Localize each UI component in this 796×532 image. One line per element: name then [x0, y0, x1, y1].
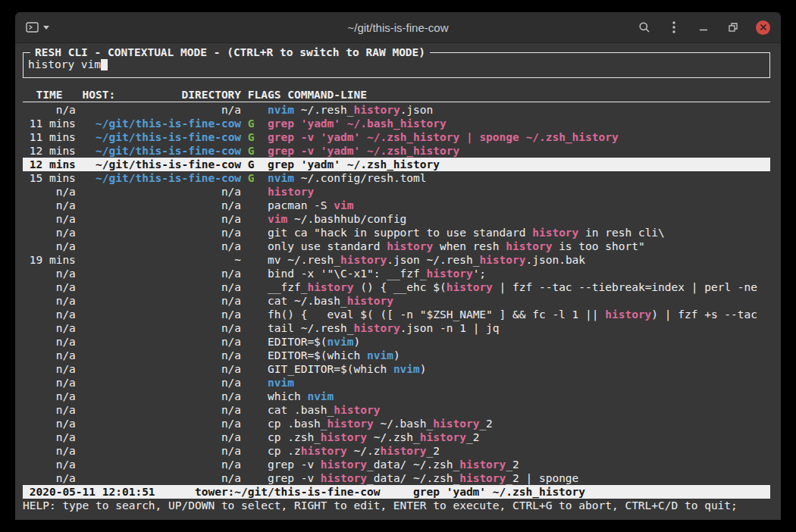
row-segment: nvim	[307, 390, 334, 402]
close-button[interactable]	[756, 17, 770, 37]
row-segment: history	[532, 227, 578, 239]
row-segment: G	[248, 172, 268, 184]
close-icon	[760, 23, 767, 31]
new-terminal-button[interactable]	[26, 17, 49, 37]
search-button[interactable]	[638, 17, 651, 37]
row-segment: 19 mins	[23, 254, 83, 266]
history-row[interactable]: n/a n/a GIT_EDITOR=$(which nvim)	[23, 362, 770, 376]
row-segment: .json ~/.resh_	[387, 254, 479, 266]
history-row[interactable]: n/a n/a pacman -S vim	[23, 199, 770, 212]
history-row[interactable]: n/a n/a vim ~/.bashhub/config	[23, 212, 770, 226]
history-row[interactable]: n/a n/a git ca "hack in support to use s…	[23, 226, 770, 239]
row-segment: nvim	[367, 349, 393, 361]
row-segment: pacman -S	[268, 199, 334, 211]
row-segment: tail ~/.resh_	[268, 322, 354, 334]
history-row[interactable]: n/a n/a grep -v history_data/ ~/.zsh_his…	[23, 458, 770, 471]
row-segment: n/a n/a	[23, 268, 268, 280]
row-segment: nvim	[393, 363, 420, 375]
row-segment: history	[354, 104, 400, 116]
row-segment: history	[479, 254, 525, 266]
row-segment: 12 mins	[23, 145, 83, 157]
row-segment: )	[420, 363, 427, 375]
row-segment: _2	[466, 431, 479, 443]
history-row[interactable]: n/a n/a tail ~/.resh_history.json -n 1 |…	[23, 321, 770, 335]
history-row[interactable]: 11 mins ~/git/this-is-fine-cow G grep 'y…	[23, 117, 770, 130]
titlebar: ~/git/this-is-fine-cow	[15, 12, 781, 43]
row-segment: cat .bash_	[268, 404, 334, 416]
status-bar: 2020-05-11 12:01:51 tower:~/git/this-is-…	[23, 485, 770, 499]
row-segment: ~/git/this-is-fine-cow	[83, 172, 248, 184]
row-segment: EDITOR=$(	[268, 336, 327, 348]
history-row[interactable]: n/a n/a cp .zsh_history ~/.zsh_history_2	[23, 430, 770, 444]
row-segment: 12 mins ~/git/this-is-fine-cow G grep 'y…	[23, 158, 440, 171]
row-segment: cp .zsh_	[268, 431, 321, 443]
history-row[interactable]: n/a n/a cp .bash_history ~/.bash_history…	[23, 417, 770, 430]
row-segment: ~/git/this-is-fine-cow	[83, 145, 248, 157]
history-row[interactable]: n/a n/a nvim	[23, 376, 770, 390]
row-segment: ~/.zsh_	[367, 431, 420, 443]
row-segment: )	[393, 349, 400, 361]
minimize-button[interactable]	[697, 17, 710, 37]
row-segment: _2	[479, 418, 492, 430]
row-segment: git ca "hack in support to use standard	[268, 227, 532, 239]
menu-button[interactable]	[667, 17, 681, 37]
row-segment: 15 mins	[23, 172, 83, 184]
row-segment: history	[307, 281, 353, 293]
history-row[interactable]: n/a n/a history	[23, 185, 770, 199]
row-segment: history	[447, 281, 493, 293]
row-segment: n/a n/a	[23, 322, 268, 334]
history-row[interactable]: n/a n/a cp .zhistory ~/.zhistory_2	[23, 444, 770, 458]
row-segment: cat ~/.bash_	[268, 295, 347, 307]
unmaximize-button[interactable]	[726, 17, 740, 37]
history-row[interactable]: n/a n/a cat ~/.bash_history	[23, 294, 770, 308]
history-row[interactable]: n/a n/a EDITOR=$(which nvim)	[23, 349, 770, 362]
row-segment: EDITOR=$(which	[268, 349, 367, 361]
row-segment: ~/git/this-is-fine-cow	[83, 117, 248, 130]
row-segment: nvim	[268, 172, 294, 184]
row-segment: history	[321, 458, 367, 471]
row-segment: history	[347, 295, 393, 307]
row-segment: n/a n/a	[23, 186, 268, 198]
row-segment: ~/.resh_	[294, 104, 354, 116]
history-row[interactable]: 12 mins ~/git/this-is-fine-cow G grep -v…	[23, 144, 770, 158]
history-row[interactable]: 15 mins ~/git/this-is-fine-cow G nvim ~/…	[23, 171, 770, 185]
history-row[interactable]: n/a n/a cat .bash_history	[23, 403, 770, 417]
row-segment: n/a n/a	[23, 213, 268, 225]
history-row-selected[interactable]: 12 mins ~/git/this-is-fine-cow G grep 'y…	[23, 158, 770, 171]
row-segment: 11 mins	[23, 131, 83, 143]
history-row[interactable]: n/a n/a which nvim	[23, 390, 770, 403]
row-segment: grep -v	[268, 472, 321, 484]
chevron-down-icon	[43, 26, 49, 30]
row-segment: G	[248, 131, 268, 143]
history-row[interactable]: n/a n/a bind -x '"\C-x1": __fzf_history'…	[23, 267, 770, 280]
history-row[interactable]: n/a n/a fh() { eval $( ([ -n "$ZSH_NAME"…	[23, 308, 770, 321]
table-header: TIME HOST: DIRECTORY FLAGS COMMAND-LINE	[23, 88, 770, 102]
row-segment: history	[321, 472, 367, 484]
row-segment: n/a n/a	[23, 308, 268, 321]
help-line: HELP: type to search, UP/DOWN to select,…	[23, 499, 770, 512]
history-row[interactable]: 19 mins ~ mv ~/.resh_history.json ~/.res…	[23, 253, 770, 267]
row-segment: history	[354, 322, 400, 334]
row-segment: _2 | sponge	[506, 472, 578, 484]
history-row[interactable]: n/a n/a nvim ~/.resh_history.json	[23, 103, 770, 117]
row-segment: n/a n/a	[23, 458, 268, 471]
cursor-block	[101, 58, 108, 70]
history-row[interactable]: n/a n/a grep -v history_data/ ~/.zsh_his…	[23, 471, 770, 485]
history-row[interactable]: n/a n/a __fzf_history () { __ehc $(histo…	[23, 280, 770, 294]
row-segment: n/a n/a	[23, 472, 268, 484]
terminal-content: RESH CLI - CONTEXTUAL MODE - (CTRL+R to …	[15, 43, 781, 512]
row-segment: history	[420, 431, 466, 443]
row-segment: n/a n/a	[23, 363, 268, 375]
history-row[interactable]: n/a n/a EDITOR=$(nvim)	[23, 335, 770, 349]
row-segment: ~/.bashhub/config	[287, 213, 406, 225]
row-segment: n/a n/a	[23, 336, 268, 348]
history-row[interactable]: n/a n/a only use standard history when r…	[23, 239, 770, 253]
row-segment: n/a n/a	[23, 377, 268, 389]
history-row[interactable]: 11 mins ~/git/this-is-fine-cow G grep -v…	[23, 130, 770, 144]
row-segment: history	[459, 458, 506, 471]
row-segment: grep -v 'yadm' ~/.zsh_history	[268, 145, 459, 157]
row-segment: nvim	[268, 377, 294, 389]
row-segment: n/a n/a	[23, 390, 268, 402]
row-segment: cp .z	[268, 445, 301, 457]
row-segment: grep 'yadm' ~/.bash_history	[268, 117, 447, 130]
